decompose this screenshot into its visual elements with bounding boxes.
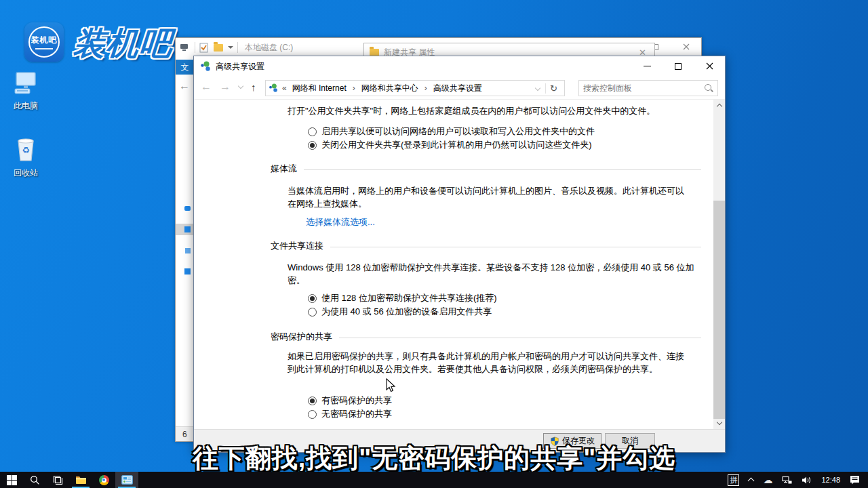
file-menu-button[interactable]: 文 xyxy=(176,60,194,75)
recycle-bin-icon: ♻ xyxy=(14,136,38,163)
radio-icon[interactable] xyxy=(308,294,317,303)
properties-check-icon[interactable] xyxy=(199,43,208,53)
brand-logo: 装机吧 装机吧 xyxy=(24,22,173,65)
breadcrumb-item[interactable]: 网络和共享中心 xyxy=(360,83,420,94)
taskbar-search-button[interactable] xyxy=(23,472,46,488)
video-subtitle: 往下翻找,找到"无密码保护的共享"并勾选 xyxy=(0,441,868,476)
radio-password-sharing-on[interactable]: 有密码保护的共享 xyxy=(308,394,392,407)
radio-disable-public-sharing[interactable]: 关闭公用文件夹共享(登录到此计算机的用户仍然可以访问这些文件夹) xyxy=(308,138,592,152)
vertical-scrollbar[interactable] xyxy=(713,100,725,429)
settings-content: 打开"公用文件夹共享"时，网络上包括家庭组成员在内的用户都可以访问公用文件夹中的… xyxy=(194,100,725,429)
qat-dropdown-icon[interactable] xyxy=(228,46,233,49)
start-button[interactable] xyxy=(0,472,23,488)
window-titlebar[interactable]: 高级共享设置 xyxy=(194,56,725,77)
maximize-button[interactable] xyxy=(663,56,694,76)
chrome-icon xyxy=(99,475,109,485)
radio-icon[interactable] xyxy=(308,308,317,317)
close-button[interactable] xyxy=(671,38,701,56)
radio-label: 有密码保护的共享 xyxy=(321,394,392,407)
computer-icon xyxy=(180,43,191,52)
desktop-icon-this-pc[interactable]: 此电脑 xyxy=(1,71,51,112)
radio-label: 无密码保护的共享 xyxy=(321,408,392,420)
onedrive-tray-icon[interactable]: ☁ xyxy=(758,472,777,488)
radio-128bit-encryption[interactable]: 使用 128 位加密帮助保护文件共享连接(推荐) xyxy=(308,291,497,305)
radio-icon[interactable] xyxy=(308,410,317,419)
back-arrow-icon[interactable]: ← xyxy=(179,80,190,92)
taskbar-tray: 拼 ☁ 12:48 xyxy=(723,472,868,488)
refresh-icon[interactable]: ↻ xyxy=(545,83,561,94)
folder-icon xyxy=(370,49,379,56)
chevron-down-icon xyxy=(716,420,722,425)
tray-expand-button[interactable] xyxy=(744,472,758,488)
radio-enable-public-sharing[interactable]: 启用共享以便可以访问网络的用户可以读取和写入公用文件夹中的文件 xyxy=(308,125,595,138)
chevron-up-icon xyxy=(748,478,755,485)
network-tray-icon[interactable] xyxy=(777,472,797,488)
brand-badge-text: 装机吧 xyxy=(31,35,58,46)
clock[interactable]: 12:48 xyxy=(816,472,845,488)
section-rule xyxy=(330,247,701,247)
nav-pane-selected-row xyxy=(176,224,194,235)
svg-text:♻: ♻ xyxy=(22,145,30,155)
window-title: 高级共享设置 xyxy=(216,61,264,73)
media-streaming-link[interactable]: 选择媒体流选项... xyxy=(306,216,375,228)
close-button[interactable] xyxy=(694,56,725,76)
taskbar-control-panel[interactable] xyxy=(115,472,138,488)
radio-40-56bit-encryption[interactable]: 为使用 40 或 56 位加密的设备启用文件共享 xyxy=(308,305,492,319)
search-icon[interactable] xyxy=(704,83,713,93)
file-explorer-icon xyxy=(75,475,87,485)
history-dropdown-icon[interactable] xyxy=(238,83,243,88)
control-panel-window-icon xyxy=(121,475,133,485)
media-streaming-body: 当媒体流启用时，网络上的用户和设备便可以访问此计算机上的图片、音乐以及视频。此计… xyxy=(288,184,689,210)
brand-badge-icon: 装机吧 xyxy=(24,22,64,62)
new-folder-icon[interactable] xyxy=(214,44,223,52)
radio-icon[interactable] xyxy=(308,141,317,150)
scroll-down-button[interactable] xyxy=(713,418,725,429)
password-protected-body: 如果已启用密码保护的共享，则只有具备此计算机的用户帐户和密码的用户才可以访问共享… xyxy=(288,350,692,375)
brand-logo-text: 装机吧 xyxy=(72,22,174,65)
network-icon xyxy=(782,476,792,485)
radio-icon[interactable] xyxy=(308,396,317,405)
nav-pane-fragment xyxy=(184,268,191,274)
radio-label: 关闭公用文件夹共享(登录到此计算机的用户仍然可以访问这些文件夹) xyxy=(321,139,592,151)
task-view-button[interactable] xyxy=(46,472,69,488)
item-count: 6 xyxy=(182,430,187,439)
maximize-icon xyxy=(675,63,682,70)
address-bar[interactable]: « 网络和 Internet › 网络和共享中心 › 高级共享设置 ↻ xyxy=(265,80,565,96)
brand-badge-circle: 装机吧 xyxy=(28,26,60,58)
radio-icon[interactable] xyxy=(308,127,317,136)
volume-tray-icon[interactable] xyxy=(797,472,816,488)
taskbar-file-explorer[interactable] xyxy=(69,472,92,488)
minimize-button[interactable] xyxy=(631,56,663,76)
taskbar-chrome[interactable] xyxy=(92,472,115,488)
desktop: 装机吧 装机吧 此电脑 ♻ 回收站 xyxy=(0,0,868,488)
section-rule xyxy=(304,169,701,170)
task-view-icon xyxy=(53,475,63,485)
action-center-button[interactable] xyxy=(845,472,868,488)
search-box[interactable] xyxy=(578,80,718,96)
taskbar-left xyxy=(0,472,138,488)
breadcrumb-prefix: « xyxy=(282,83,287,93)
search-input[interactable] xyxy=(579,83,704,93)
address-dropdown-icon[interactable] xyxy=(535,85,540,91)
forward-arrow-icon[interactable]: → xyxy=(220,81,231,93)
nav-pane-fragment xyxy=(185,248,191,253)
desktop-icon-recycle-bin[interactable]: ♻ 回收站 xyxy=(1,136,51,179)
back-arrow-icon[interactable]: ← xyxy=(201,81,212,93)
radio-password-sharing-off[interactable]: 无密码保护的共享 xyxy=(308,407,392,421)
section-media-streaming: 媒体流 xyxy=(271,163,701,175)
scrollbar-thumb[interactable] xyxy=(713,201,725,419)
nav-arrows: ← → ↑ xyxy=(201,81,256,93)
scroll-up-button[interactable] xyxy=(713,100,725,111)
up-arrow-icon[interactable]: ↑ xyxy=(251,81,256,93)
speaker-icon xyxy=(802,476,812,485)
breadcrumb-item[interactable]: 网络和 Internet xyxy=(291,83,348,94)
radio-label: 为使用 40 或 56 位加密的设备启用文件共享 xyxy=(321,306,492,318)
close-icon xyxy=(706,62,713,70)
address-bar-right: ↻ xyxy=(534,83,561,94)
breadcrumb-item[interactable]: 高级共享设置 xyxy=(432,83,484,94)
notification-icon xyxy=(850,475,860,485)
ime-indicator[interactable]: 拼 xyxy=(723,472,744,488)
file-sharing-body: Windows 使用 128 位加密帮助保护文件共享连接。某些设备不支持 128… xyxy=(288,261,707,287)
divider xyxy=(237,42,238,53)
minimize-icon xyxy=(644,66,651,66)
